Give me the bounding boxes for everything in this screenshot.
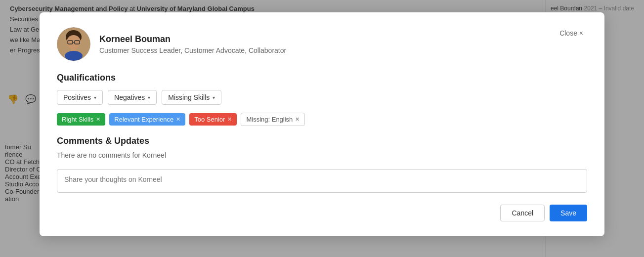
filters-row: Positives ▾ Negatives ▾ Missing Skills ▾ — [57, 90, 587, 105]
actions-row: Cancel Save — [57, 205, 587, 221]
tag-missing-english-remove-icon[interactable]: ✕ — [295, 116, 300, 123]
missing-skills-chevron-icon: ▾ — [213, 95, 215, 100]
tag-right-skills-remove-icon[interactable]: ✕ — [96, 116, 100, 123]
user-name: Korneel Bouman — [99, 34, 587, 44]
user-info: Korneel Bouman Customer Success Leader, … — [99, 34, 587, 54]
svg-point-7 — [65, 51, 83, 61]
missing-skills-dropdown[interactable]: Missing Skills ▾ — [162, 90, 221, 105]
tag-right-skills[interactable]: Right Skills ✕ — [57, 113, 105, 126]
positives-chevron-icon: ▾ — [94, 95, 96, 100]
positives-dropdown[interactable]: Positives ▾ — [57, 90, 103, 105]
tag-relevant-experience[interactable]: Relevant Experience ✕ — [109, 113, 185, 126]
tag-too-senior-label: Too Senior — [194, 116, 225, 123]
negatives-label: Negatives — [114, 93, 145, 101]
tag-relevant-exp-label: Relevant Experience — [114, 116, 173, 123]
user-title: Customer Success Leader, Customer Advoca… — [99, 46, 587, 54]
positives-label: Positives — [63, 93, 91, 101]
modal-header: Korneel Bouman Customer Success Leader, … — [57, 27, 587, 61]
comments-title: Comments & Updates — [57, 136, 587, 146]
tags-row: Right Skills ✕ Relevant Experience ✕ Too… — [57, 113, 587, 126]
tag-relevant-exp-remove-icon[interactable]: ✕ — [176, 116, 180, 123]
save-button[interactable]: Save — [550, 205, 587, 221]
cancel-button[interactable]: Cancel — [500, 205, 545, 221]
comment-input[interactable] — [57, 169, 587, 193]
tag-missing-english[interactable]: Missing: English ✕ — [241, 113, 305, 126]
tag-too-senior-remove-icon[interactable]: ✕ — [227, 116, 232, 123]
negatives-dropdown[interactable]: Negatives ▾ — [108, 90, 157, 105]
no-comments-text: There are no comments for Korneel — [57, 151, 587, 159]
tag-too-senior[interactable]: Too Senior ✕ — [189, 113, 237, 126]
close-button[interactable]: Close × — [556, 27, 587, 39]
avatar — [57, 27, 90, 61]
qualification-modal: Korneel Bouman Customer Success Leader, … — [40, 12, 604, 236]
tag-right-skills-label: Right Skills — [62, 116, 93, 123]
qualifications-title: Qualifications — [57, 73, 587, 83]
missing-skills-label: Missing Skills — [168, 93, 210, 101]
tag-missing-english-label: Missing: English — [246, 116, 293, 123]
negatives-chevron-icon: ▾ — [148, 95, 150, 100]
